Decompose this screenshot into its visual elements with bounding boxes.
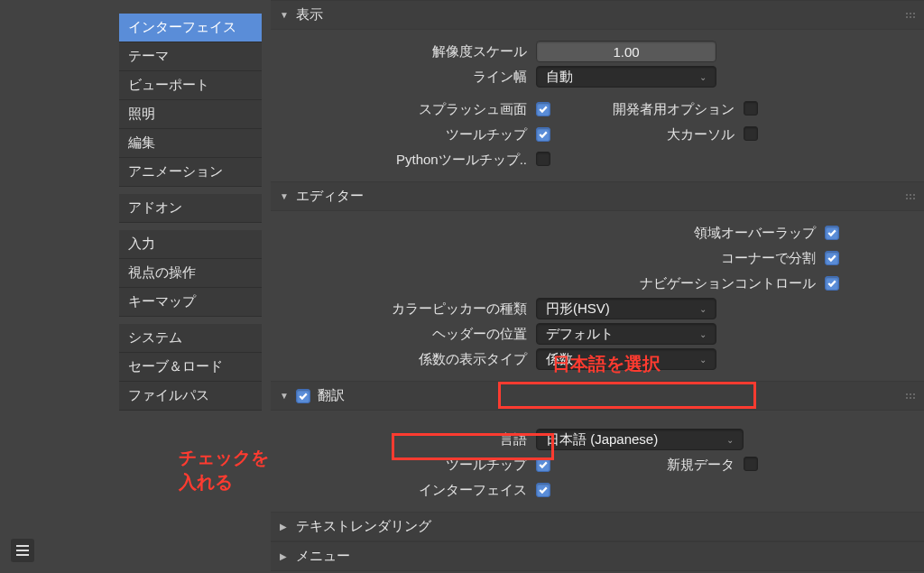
hamburger-line-icon xyxy=(16,550,29,551)
hamburger-line-icon xyxy=(16,554,29,556)
drag-grip-icon xyxy=(906,194,915,199)
section-title: メニュー xyxy=(296,548,350,565)
disclosure-triangle-icon: ▼ xyxy=(280,391,289,401)
section-body-editor: 領域オーバーラップ コーナーで分割 ナビゲーションコントロール カラーピッカーの… xyxy=(271,211,924,381)
region-overlap-checkbox[interactable] xyxy=(825,226,839,240)
label-trans-interface: インターフェイス xyxy=(271,482,536,499)
disclosure-triangle-icon: ▼ xyxy=(280,10,289,20)
label-newdata: 新規データ xyxy=(563,457,744,474)
section-header-menu[interactable]: ▶ メニュー xyxy=(271,541,924,571)
tooltips-checkbox[interactable] xyxy=(536,127,550,142)
large-cursor-checkbox[interactable] xyxy=(744,126,758,141)
label-header-pos: ヘッダーの位置 xyxy=(271,326,536,343)
disclosure-triangle-icon: ▶ xyxy=(280,522,289,531)
trans-tooltips-checkbox[interactable] xyxy=(536,457,550,472)
language-select[interactable]: 日本語 (Japanese)⌄ xyxy=(536,429,744,450)
hamburger-line-icon xyxy=(16,545,29,547)
label-color-picker: カラーピッカーの種類 xyxy=(271,300,536,318)
factor-disp-value: 係数 xyxy=(546,351,573,368)
language-value: 日本語 (Japanese) xyxy=(546,431,658,448)
hamburger-menu-button[interactable] xyxy=(11,539,34,562)
chevron-down-icon: ⌄ xyxy=(699,304,707,314)
label-tooltips: ツールチップ xyxy=(271,126,536,143)
label-corner-split: コーナーで分割 xyxy=(383,250,825,267)
section-header-textrender[interactable]: ▶ テキストレンダリング xyxy=(271,512,924,541)
line-width-select[interactable]: 自動⌄ xyxy=(536,66,716,88)
label-splash: スプラッシュ画面 xyxy=(271,101,536,118)
chevron-down-icon: ⌄ xyxy=(699,72,707,82)
disclosure-triangle-icon: ▶ xyxy=(280,551,289,561)
resolution-scale-field[interactable]: 1.00 xyxy=(536,41,716,62)
label-trans-tooltips: ツールチップ xyxy=(271,457,536,474)
sidebar-item[interactable]: 視点の操作 xyxy=(119,259,262,288)
color-picker-value: 円形(HSV) xyxy=(546,300,610,318)
section-header-editor[interactable]: ▼ エディター xyxy=(271,181,924,211)
label-dev-extras: 開発者用オプション xyxy=(563,101,744,118)
sidebar-item[interactable]: 入力 xyxy=(119,230,262,259)
sidebar-item[interactable]: アニメーション xyxy=(119,158,262,187)
label-line-width: ライン幅 xyxy=(271,69,536,86)
section-body-translation: 言語 日本語 (Japanese)⌄ ツールチップ 新規データ インターフェイス xyxy=(271,411,924,512)
factor-disp-select[interactable]: 係数⌄ xyxy=(536,348,716,370)
sidebar-item[interactable]: セーブ＆ロード xyxy=(119,353,262,382)
section-header-translation[interactable]: ▼ 翻訳 xyxy=(271,381,924,411)
newdata-checkbox[interactable] xyxy=(744,457,758,471)
line-width-value: 自動 xyxy=(546,69,573,86)
header-pos-value: デフォルト xyxy=(546,326,614,343)
drag-grip-icon xyxy=(906,13,915,18)
splash-checkbox[interactable] xyxy=(536,102,550,116)
sidebar-item[interactable]: テーマ xyxy=(119,42,262,71)
section-title: 表示 xyxy=(296,6,323,23)
section-header-display[interactable]: ▼ 表示 xyxy=(271,0,924,30)
resolution-scale-value: 1.00 xyxy=(613,44,639,60)
color-picker-select[interactable]: 円形(HSV)⌄ xyxy=(536,298,716,319)
dev-extras-checkbox[interactable] xyxy=(744,101,758,116)
header-pos-select[interactable]: デフォルト⌄ xyxy=(536,323,716,345)
label-language: 言語 xyxy=(271,431,536,448)
section-title: エディター xyxy=(296,188,364,205)
sidebar-item[interactable]: システム xyxy=(119,324,262,353)
disclosure-triangle-icon: ▼ xyxy=(280,191,289,201)
sidebar-item[interactable]: キーマップ xyxy=(119,288,262,317)
sidebar-item[interactable]: ビューポート xyxy=(119,71,262,100)
chevron-down-icon: ⌄ xyxy=(699,329,707,339)
python-tooltips-checkbox[interactable] xyxy=(536,152,550,166)
chevron-down-icon: ⌄ xyxy=(699,355,707,365)
label-python-tooltips: Pythonツールチップ.. xyxy=(271,152,536,169)
preferences-tabs: インターフェイステーマビューポート照明編集アニメーションアドオン入力視点の操作キ… xyxy=(119,14,262,411)
chevron-down-icon: ⌄ xyxy=(726,435,734,445)
section-body-display: 解像度スケール 1.00 ライン幅 自動⌄ スプラッシュ画面 開発者用オプション… xyxy=(271,30,924,181)
sidebar-item[interactable]: アドオン xyxy=(119,194,262,223)
translation-enable-checkbox[interactable] xyxy=(296,389,310,403)
label-resolution-scale: 解像度スケール xyxy=(271,43,536,60)
section-title: 翻訳 xyxy=(318,387,345,404)
sidebar-item[interactable]: インターフェイス xyxy=(119,14,262,42)
sidebar-column: インターフェイステーマビューポート照明編集アニメーションアドオン入力視点の操作キ… xyxy=(0,0,271,573)
app-root: インターフェイステーマビューポート照明編集アニメーションアドオン入力視点の操作キ… xyxy=(0,0,924,573)
corner-split-checkbox[interactable] xyxy=(825,251,839,265)
label-factor-disp: 係数の表示タイプ xyxy=(271,351,536,368)
annotation-check-on: チェックを入れる xyxy=(179,446,271,494)
section-title: テキストレンダリング xyxy=(296,518,431,535)
label-large-cursor: 大カーソル xyxy=(563,126,744,143)
main-panel: ▼ 表示 解像度スケール 1.00 ライン幅 自動⌄ スプラッシュ画面 開発者用… xyxy=(271,0,924,573)
sidebar-item[interactable]: ファイルパス xyxy=(119,382,262,411)
trans-interface-checkbox[interactable] xyxy=(536,483,550,497)
sidebar-item[interactable]: 編集 xyxy=(119,129,262,158)
drag-grip-icon xyxy=(906,393,915,399)
label-region-overlap: 領域オーバーラップ xyxy=(383,225,825,242)
label-nav-controls: ナビゲーションコントロール xyxy=(383,275,825,292)
nav-controls-checkbox[interactable] xyxy=(825,276,839,291)
sidebar-item[interactable]: 照明 xyxy=(119,100,262,129)
